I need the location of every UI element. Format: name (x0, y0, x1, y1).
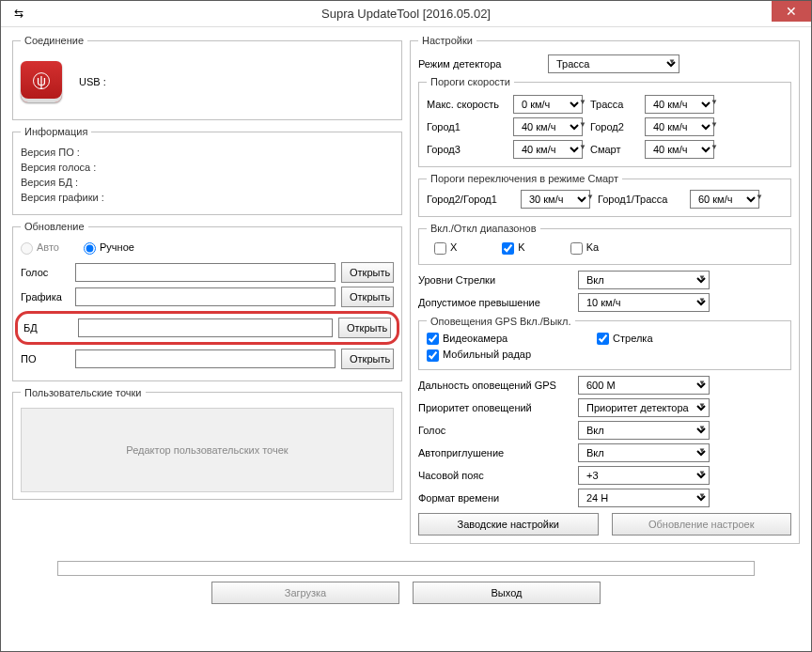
titlebar: ⇆ Supra UpdateTool [2016.05.02] ✕ (1, 1, 811, 27)
arrows-select[interactable]: Вкл (578, 271, 710, 289)
g1t-select[interactable]: 60 км/ч (690, 190, 759, 209)
progress-bar (57, 561, 755, 576)
open-db-button[interactable]: Открыть (338, 318, 391, 338)
load-button[interactable]: Загрузка (211, 582, 399, 604)
update-fw-input[interactable] (75, 349, 336, 368)
g2g1-select[interactable]: 30 км/ч (521, 190, 590, 209)
update-db-label: БД (23, 322, 72, 334)
band-x-checkbox[interactable]: X (434, 241, 457, 255)
info-group: Информация Версия ПО : Версия голоса : В… (12, 126, 402, 215)
gorod1-select[interactable]: 40 км/ч (513, 117, 583, 136)
speed-thresholds-group: Пороги скорости Макс. скорость 0 км/ч Тр… (418, 76, 791, 167)
window-title: Supra UpdateTool [2016.05.02] (1, 7, 811, 21)
settings-legend: Настройки (418, 35, 476, 46)
band-ka-checkbox[interactable]: Ka (570, 241, 599, 255)
info-legend: Информация (21, 126, 91, 137)
highlighted-db-row: БД Открыть (15, 311, 399, 345)
update-gfx-label: Графика (21, 291, 70, 303)
close-button[interactable]: ✕ (772, 1, 811, 22)
usb-label: USB : (79, 76, 106, 87)
usb-drive-icon (21, 61, 62, 102)
update-gfx-input[interactable] (75, 287, 336, 306)
info-voice: Версия голоса : (21, 162, 394, 173)
factory-settings-button[interactable]: Заводские настройки (418, 513, 599, 536)
info-gfx: Версия графики : (21, 192, 394, 203)
gorod2-select[interactable]: 40 км/ч (645, 117, 714, 136)
update-fw-label: ПО (21, 353, 70, 365)
gps-distance-select[interactable]: 600 M (578, 376, 710, 395)
open-fw-button[interactable]: Открыть (341, 349, 394, 369)
detector-mode-label: Режим детектора (418, 58, 540, 70)
update-settings-button[interactable]: Обновление настроек (612, 513, 792, 536)
info-fw: Версия ПО : (21, 147, 394, 158)
userpoints-legend: Пользовательские точки (21, 387, 146, 398)
update-group: Обновление Авто Ручное Голос Открыть Гра… (12, 221, 402, 381)
update-legend: Обновление (21, 221, 88, 232)
automute-select[interactable]: Вкл (578, 443, 710, 462)
gorod3-select[interactable]: 40 км/ч (513, 140, 583, 159)
userpoints-editor-button[interactable]: Редактор пользовательских точек (21, 408, 394, 492)
connection-legend: Соединение (21, 35, 87, 46)
open-gfx-button[interactable]: Открыть (341, 287, 394, 307)
open-voice-button[interactable]: Открыть (341, 262, 394, 283)
smart-select[interactable]: 40 км/ч (645, 140, 714, 159)
radio-auto[interactable]: Авто (21, 241, 59, 255)
radio-manual[interactable]: Ручное (84, 241, 134, 255)
gps-alerts-group: Оповещения GPS Вкл./Выкл. Видеокамера Мо… (418, 316, 791, 370)
voice-select[interactable]: Вкл (578, 421, 710, 440)
update-voice-label: Голос (21, 267, 70, 278)
max-speed-select[interactable]: 0 км/ч (513, 95, 583, 114)
gps-radar-checkbox[interactable]: Мобильный радар (427, 349, 531, 362)
usb-plug-icon: ⇆ (14, 7, 23, 20)
update-db-input[interactable] (78, 318, 333, 337)
trassa-select[interactable]: 40 км/ч (645, 95, 714, 114)
gps-camera-checkbox[interactable]: Видеокамера (427, 333, 531, 346)
smart-thresholds-group: Пороги переключения в режиме Смарт Город… (418, 173, 791, 217)
close-icon: ✕ (786, 4, 797, 19)
info-db: Версия БД : (21, 177, 394, 188)
exit-button[interactable]: Выход (413, 582, 601, 604)
allow-select[interactable]: 10 км/ч (578, 293, 710, 312)
timeformat-select[interactable]: 24 H (578, 489, 710, 507)
gps-strelka-checkbox[interactable]: Стрелка (597, 333, 652, 346)
settings-group: Настройки Режим детектора Трасса Пороги … (410, 35, 800, 544)
connection-group: Соединение USB : (12, 35, 402, 120)
band-k-checkbox[interactable]: K (502, 241, 524, 255)
detector-mode-select[interactable]: Трасса (548, 54, 679, 73)
priority-select[interactable]: Приоритет детектора (578, 398, 710, 417)
bands-group: Вкл./Откл диапазонов X K Ka (418, 223, 791, 265)
timezone-select[interactable]: +3 (578, 466, 710, 485)
userpoints-group: Пользовательские точки Редактор пользова… (12, 387, 402, 500)
update-voice-input[interactable] (75, 263, 336, 282)
